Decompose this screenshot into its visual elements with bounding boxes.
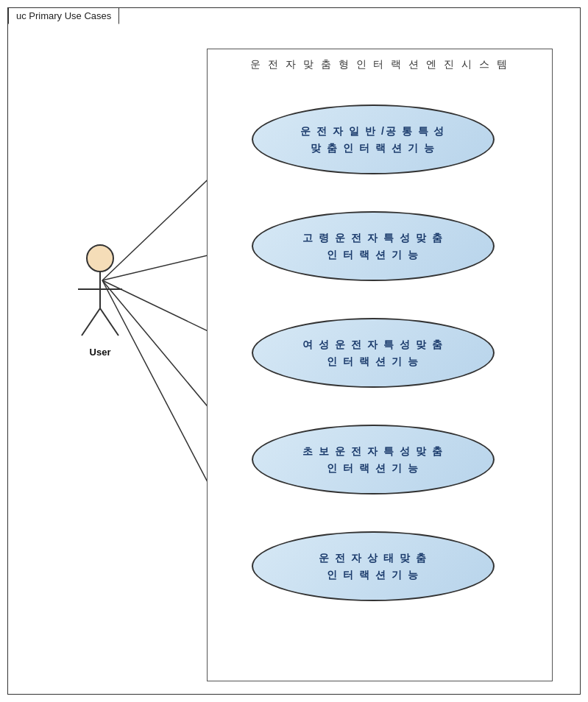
usecase-1: 운 전 자 일 반 /공 통 특 성 맞 춤 인 터 랙 션 기 능	[252, 104, 495, 174]
usecase-1-text: 운 전 자 일 반 /공 통 특 성 맞 춤 인 터 랙 션 기 능	[300, 123, 445, 156]
outer-frame: uc Primary Use Cases 운 전 자 맞 춤 형 인 터 랙 션…	[7, 7, 581, 695]
usecase-3: 여 성 운 전 자 특 성 맞 춤 인 터 랙 션 기 능	[252, 318, 495, 388]
actor-label: User	[90, 347, 111, 358]
usecase-5-text: 운 전 자 상 태 맞 춤 인 터 랙 션 기 능	[319, 550, 427, 583]
system-title: 운 전 자 맞 춤 형 인 터 랙 션 엔 진 시 스 템	[208, 58, 552, 71]
system-box: 운 전 자 맞 춤 형 인 터 랙 션 엔 진 시 스 템 운 전 자 일 반 …	[207, 49, 553, 681]
svg-point-5	[87, 245, 113, 272]
actor-figure	[74, 244, 126, 339]
usecase-3-text: 여 성 운 전 자 특 성 맞 춤 인 터 랙 션 기 능	[302, 336, 443, 369]
usecase-4-text: 초 보 운 전 자 특 성 맞 춤 인 터 랙 션 기 능	[302, 443, 443, 476]
usecase-2: 고 령 운 전 자 특 성 맞 춤 인 터 랙 션 기 능	[252, 211, 495, 281]
usecase-2-text: 고 령 운 전 자 특 성 맞 춤 인 터 랙 션 기 능	[302, 230, 443, 263]
usecase-4: 초 보 운 전 자 특 성 맞 춤 인 터 랙 션 기 능	[252, 425, 495, 494]
svg-line-8	[82, 308, 100, 336]
svg-line-9	[100, 308, 118, 336]
tab-label: uc Primary Use Cases	[8, 7, 119, 24]
usecase-5: 운 전 자 상 태 맞 춤 인 터 랙 션 기 능	[252, 531, 495, 601]
actor: User	[74, 244, 126, 358]
